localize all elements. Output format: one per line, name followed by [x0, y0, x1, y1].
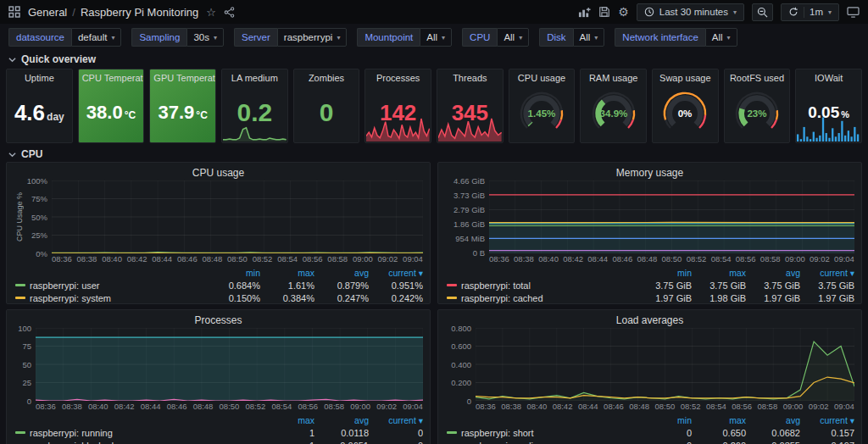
legend-sort-current[interactable]: current ▾ [369, 415, 423, 425]
legend-sort-current[interactable]: current ▾ [800, 415, 854, 425]
x-tick-label: 08:38 [501, 402, 521, 411]
legend-sort-avg[interactable]: avg [746, 268, 800, 278]
refresh-button[interactable]: 1m ▾ [781, 3, 839, 21]
time-range-picker[interactable]: Last 30 minutes ▾ [637, 3, 744, 21]
breadcrumb-dashboard-title[interactable]: Raspberry Pi Monitoring [81, 6, 198, 19]
chevron-down-icon: ▾ [828, 8, 832, 16]
dashboard-settings-icon[interactable]: ⚙ [618, 5, 629, 19]
chart-canvas [476, 328, 854, 401]
panel-title[interactable]: CPU usage [14, 165, 423, 180]
legend-series-swatch[interactable] [447, 431, 457, 434]
panel-title[interactable]: Processes [14, 313, 423, 328]
stat-content: 0.2 [222, 83, 287, 142]
stat-number: 0 [320, 98, 334, 127]
legend-series-name[interactable]: raspberrypi: cached [461, 293, 543, 303]
x-axis-ticks: 08:3608:3808:4008:4208:4408:4608:4808:50… [52, 253, 423, 264]
panel-title[interactable]: Threads [437, 69, 503, 83]
panel-title[interactable]: Uptime [7, 69, 72, 83]
stat-number: 38.0 [86, 102, 123, 124]
x-tick-label: 09:00 [783, 402, 804, 411]
variable-value-dropdown[interactable]: default▾ [71, 28, 122, 47]
zoom-out-button[interactable] [752, 3, 773, 21]
breadcrumb-folder[interactable]: General [28, 6, 67, 19]
panel-title[interactable]: CPU Temperat... [79, 69, 144, 83]
row-title: Quick overview [21, 53, 96, 65]
legend-sort-max[interactable]: max [692, 415, 746, 425]
legend-value: 0.247% [314, 293, 369, 303]
panel-title[interactable]: CPU usage [509, 69, 575, 83]
panel-processes: Processes100755025008:3608:3808:4008:420… [6, 309, 431, 444]
x-tick-label: 09:00 [785, 254, 805, 264]
legend-sort-avg[interactable]: avg [314, 415, 369, 425]
x-tick-label: 08:44 [152, 254, 172, 264]
chart-body: 0.8000.6000.4000.2000 [445, 328, 854, 401]
panel-title[interactable]: Load averages [445, 313, 854, 328]
legend-sort-min[interactable]: min [206, 268, 260, 278]
panel-title[interactable]: Memory usage [445, 165, 854, 180]
plot-area[interactable] [36, 328, 423, 401]
legend-row: raspberrypi: total3.75 GiB3.75 GiB3.75 G… [445, 279, 854, 291]
panel-title[interactable]: RootFS used [725, 69, 790, 83]
stat-panel-threads: Threads345 [437, 69, 504, 143]
y-axis-ticks: 1007550250 [14, 328, 36, 401]
row-toggle-quick-overview[interactable]: Quick overview [0, 52, 868, 67]
variable-value-dropdown[interactable]: All▾ [573, 28, 605, 47]
stat-content: 0.05% [796, 83, 861, 142]
legend-series-name[interactable]: raspberrypi: total [461, 280, 531, 291]
legend-value: 3.75 GiB [746, 280, 800, 291]
panel-title[interactable]: RAM usage [581, 69, 646, 83]
legend-series-name[interactable]: raspberrypi: system [30, 293, 111, 303]
legend-sort-avg[interactable]: avg [314, 268, 369, 278]
chevron-down-icon: ▾ [214, 34, 217, 42]
cycle-view-mode-icon[interactable] [847, 7, 860, 18]
legend-series-name[interactable]: raspberrypi: blocked [30, 441, 114, 444]
template-variables-bar: datasourcedefault▾Sampling30s▾Serverrasp… [0, 24, 868, 51]
legend-sort-current[interactable]: current ▾ [800, 268, 854, 278]
legend-series-swatch[interactable] [15, 297, 25, 299]
dashboards-grid-icon[interactable] [8, 6, 20, 18]
gauge-value: 23% [747, 108, 766, 119]
variable-value-dropdown[interactable]: raspberrypi▾ [277, 28, 348, 47]
x-axis-ticks: 08:3608:3808:4008:4208:4408:4608:4808:50… [36, 401, 423, 412]
variable-value-dropdown[interactable]: All▾ [705, 28, 737, 47]
legend-value: 0.384% [260, 293, 314, 303]
plot-area[interactable] [489, 180, 854, 253]
save-dashboard-icon[interactable] [598, 6, 610, 18]
legend-sort-min[interactable]: min [637, 268, 692, 278]
legend-series-swatch[interactable] [447, 284, 457, 286]
legend-series-swatch[interactable] [447, 297, 457, 299]
legend-sort-min[interactable]: min [637, 415, 692, 425]
plot-area[interactable] [476, 328, 854, 401]
panel-title[interactable]: GPU Temperat... [150, 69, 215, 83]
panel-title[interactable]: Swap usage [653, 69, 718, 83]
variable-value-dropdown[interactable]: All▾ [420, 28, 452, 47]
plot-area[interactable] [52, 180, 423, 253]
legend-series-name[interactable]: raspberrypi: medium [461, 441, 546, 444]
legend-sort-max[interactable]: max [260, 415, 314, 425]
variable-label: CPU [462, 28, 497, 47]
star-icon[interactable]: ☆ [206, 6, 216, 19]
panel-title[interactable]: LA medium [222, 69, 287, 83]
legend-sort-max[interactable]: max [692, 268, 746, 278]
share-icon[interactable] [224, 7, 235, 18]
sparkline-container [223, 126, 287, 142]
legend-sort-avg[interactable]: avg [746, 415, 800, 425]
legend-sort-max[interactable]: max [260, 268, 314, 278]
x-tick-label: 08:40 [526, 402, 547, 411]
legend-series-swatch[interactable] [15, 284, 25, 286]
legend-series-name[interactable]: raspberrypi: user [30, 280, 100, 291]
variable-value-dropdown[interactable]: All▾ [497, 28, 529, 47]
stat-content: 23% [725, 83, 790, 142]
panel-title[interactable]: Zombies [294, 69, 359, 83]
row-toggle-cpu[interactable]: CPU [0, 147, 868, 162]
add-panel-icon[interactable] [578, 6, 591, 19]
legend-sort-current[interactable]: current ▾ [369, 268, 423, 278]
legend-series-swatch[interactable] [15, 431, 25, 434]
legend-series-name[interactable]: raspberrypi: short [461, 428, 534, 438]
panel-title[interactable]: Processes [365, 69, 431, 83]
panel-title[interactable]: IOWait [796, 69, 861, 83]
variable-value-dropdown[interactable]: 30s▾ [186, 28, 224, 47]
x-tick-label: 08:50 [662, 254, 682, 264]
legend-value: 0 [369, 428, 423, 438]
legend-series-name[interactable]: raspberrypi: running [30, 428, 113, 438]
